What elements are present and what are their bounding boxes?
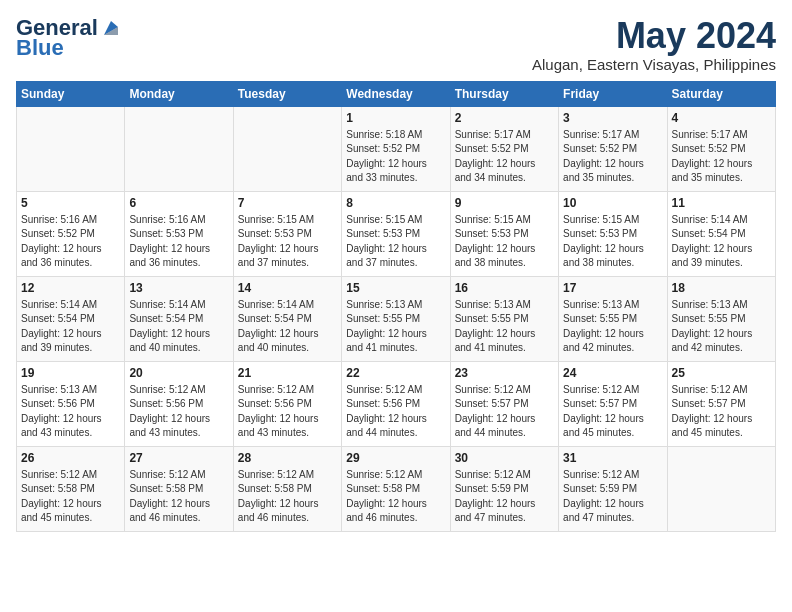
calendar-cell: 8Sunrise: 5:15 AM Sunset: 5:53 PM Daylig… [342,191,450,276]
calendar-cell: 31Sunrise: 5:12 AM Sunset: 5:59 PM Dayli… [559,446,667,531]
day-info: Sunrise: 5:12 AM Sunset: 5:56 PM Dayligh… [346,383,445,441]
header-saturday: Saturday [667,81,775,106]
calendar-cell: 30Sunrise: 5:12 AM Sunset: 5:59 PM Dayli… [450,446,558,531]
day-info: Sunrise: 5:17 AM Sunset: 5:52 PM Dayligh… [455,128,554,186]
calendar-cell: 28Sunrise: 5:12 AM Sunset: 5:58 PM Dayli… [233,446,341,531]
calendar-cell: 23Sunrise: 5:12 AM Sunset: 5:57 PM Dayli… [450,361,558,446]
calendar-cell: 25Sunrise: 5:12 AM Sunset: 5:57 PM Dayli… [667,361,775,446]
day-info: Sunrise: 5:12 AM Sunset: 5:57 PM Dayligh… [672,383,771,441]
calendar-cell: 10Sunrise: 5:15 AM Sunset: 5:53 PM Dayli… [559,191,667,276]
day-info: Sunrise: 5:17 AM Sunset: 5:52 PM Dayligh… [672,128,771,186]
day-number: 16 [455,281,554,295]
calendar-cell: 24Sunrise: 5:12 AM Sunset: 5:57 PM Dayli… [559,361,667,446]
day-number: 6 [129,196,228,210]
day-number: 7 [238,196,337,210]
week-row-4: 26Sunrise: 5:12 AM Sunset: 5:58 PM Dayli… [17,446,776,531]
day-number: 29 [346,451,445,465]
logo-icon [100,17,122,39]
calendar-cell: 5Sunrise: 5:16 AM Sunset: 5:52 PM Daylig… [17,191,125,276]
day-number: 8 [346,196,445,210]
calendar-cell: 19Sunrise: 5:13 AM Sunset: 5:56 PM Dayli… [17,361,125,446]
day-number: 10 [563,196,662,210]
day-number: 11 [672,196,771,210]
day-number: 21 [238,366,337,380]
header-thursday: Thursday [450,81,558,106]
day-info: Sunrise: 5:12 AM Sunset: 5:57 PM Dayligh… [563,383,662,441]
day-number: 30 [455,451,554,465]
calendar-cell: 4Sunrise: 5:17 AM Sunset: 5:52 PM Daylig… [667,106,775,191]
day-number: 20 [129,366,228,380]
day-number: 22 [346,366,445,380]
header-friday: Friday [559,81,667,106]
day-info: Sunrise: 5:13 AM Sunset: 5:56 PM Dayligh… [21,383,120,441]
day-number: 15 [346,281,445,295]
header-sunday: Sunday [17,81,125,106]
day-info: Sunrise: 5:15 AM Sunset: 5:53 PM Dayligh… [455,213,554,271]
week-row-3: 19Sunrise: 5:13 AM Sunset: 5:56 PM Dayli… [17,361,776,446]
day-number: 24 [563,366,662,380]
day-info: Sunrise: 5:12 AM Sunset: 5:58 PM Dayligh… [21,468,120,526]
day-number: 17 [563,281,662,295]
calendar-cell [125,106,233,191]
day-info: Sunrise: 5:16 AM Sunset: 5:53 PM Dayligh… [129,213,228,271]
week-row-0: 1Sunrise: 5:18 AM Sunset: 5:52 PM Daylig… [17,106,776,191]
calendar-table: SundayMondayTuesdayWednesdayThursdayFrid… [16,81,776,532]
day-info: Sunrise: 5:18 AM Sunset: 5:52 PM Dayligh… [346,128,445,186]
calendar-cell: 9Sunrise: 5:15 AM Sunset: 5:53 PM Daylig… [450,191,558,276]
day-info: Sunrise: 5:14 AM Sunset: 5:54 PM Dayligh… [672,213,771,271]
calendar-cell: 21Sunrise: 5:12 AM Sunset: 5:56 PM Dayli… [233,361,341,446]
day-info: Sunrise: 5:14 AM Sunset: 5:54 PM Dayligh… [238,298,337,356]
day-number: 23 [455,366,554,380]
calendar-cell: 27Sunrise: 5:12 AM Sunset: 5:58 PM Dayli… [125,446,233,531]
calendar-cell [233,106,341,191]
day-info: Sunrise: 5:12 AM Sunset: 5:58 PM Dayligh… [346,468,445,526]
day-info: Sunrise: 5:13 AM Sunset: 5:55 PM Dayligh… [455,298,554,356]
calendar-cell: 11Sunrise: 5:14 AM Sunset: 5:54 PM Dayli… [667,191,775,276]
calendar-cell: 26Sunrise: 5:12 AM Sunset: 5:58 PM Dayli… [17,446,125,531]
calendar-cell: 1Sunrise: 5:18 AM Sunset: 5:52 PM Daylig… [342,106,450,191]
day-number: 2 [455,111,554,125]
day-info: Sunrise: 5:13 AM Sunset: 5:55 PM Dayligh… [346,298,445,356]
day-number: 25 [672,366,771,380]
calendar-cell: 12Sunrise: 5:14 AM Sunset: 5:54 PM Dayli… [17,276,125,361]
calendar-cell: 17Sunrise: 5:13 AM Sunset: 5:55 PM Dayli… [559,276,667,361]
calendar-cell: 18Sunrise: 5:13 AM Sunset: 5:55 PM Dayli… [667,276,775,361]
calendar-cell: 20Sunrise: 5:12 AM Sunset: 5:56 PM Dayli… [125,361,233,446]
calendar-cell: 14Sunrise: 5:14 AM Sunset: 5:54 PM Dayli… [233,276,341,361]
calendar-cell [17,106,125,191]
week-row-2: 12Sunrise: 5:14 AM Sunset: 5:54 PM Dayli… [17,276,776,361]
day-info: Sunrise: 5:15 AM Sunset: 5:53 PM Dayligh… [346,213,445,271]
day-info: Sunrise: 5:15 AM Sunset: 5:53 PM Dayligh… [563,213,662,271]
calendar-cell: 7Sunrise: 5:15 AM Sunset: 5:53 PM Daylig… [233,191,341,276]
calendar-cell: 16Sunrise: 5:13 AM Sunset: 5:55 PM Dayli… [450,276,558,361]
day-number: 26 [21,451,120,465]
day-number: 19 [21,366,120,380]
day-info: Sunrise: 5:13 AM Sunset: 5:55 PM Dayligh… [563,298,662,356]
day-info: Sunrise: 5:13 AM Sunset: 5:55 PM Dayligh… [672,298,771,356]
header-monday: Monday [125,81,233,106]
logo: General Blue [16,16,122,60]
header-row: SundayMondayTuesdayWednesdayThursdayFrid… [17,81,776,106]
day-info: Sunrise: 5:17 AM Sunset: 5:52 PM Dayligh… [563,128,662,186]
day-info: Sunrise: 5:14 AM Sunset: 5:54 PM Dayligh… [129,298,228,356]
header-tuesday: Tuesday [233,81,341,106]
day-number: 12 [21,281,120,295]
calendar-cell: 22Sunrise: 5:12 AM Sunset: 5:56 PM Dayli… [342,361,450,446]
month-title: May 2024 [532,16,776,56]
page-header: General Blue May 2024 Alugan, Eastern Vi… [16,16,776,73]
logo-blue: Blue [16,36,64,60]
calendar-cell: 3Sunrise: 5:17 AM Sunset: 5:52 PM Daylig… [559,106,667,191]
calendar-cell: 15Sunrise: 5:13 AM Sunset: 5:55 PM Dayli… [342,276,450,361]
day-info: Sunrise: 5:12 AM Sunset: 5:59 PM Dayligh… [455,468,554,526]
day-number: 28 [238,451,337,465]
day-info: Sunrise: 5:15 AM Sunset: 5:53 PM Dayligh… [238,213,337,271]
day-info: Sunrise: 5:12 AM Sunset: 5:56 PM Dayligh… [238,383,337,441]
day-number: 1 [346,111,445,125]
day-info: Sunrise: 5:12 AM Sunset: 5:59 PM Dayligh… [563,468,662,526]
day-number: 5 [21,196,120,210]
header-wednesday: Wednesday [342,81,450,106]
day-number: 27 [129,451,228,465]
day-number: 9 [455,196,554,210]
day-number: 3 [563,111,662,125]
day-number: 31 [563,451,662,465]
